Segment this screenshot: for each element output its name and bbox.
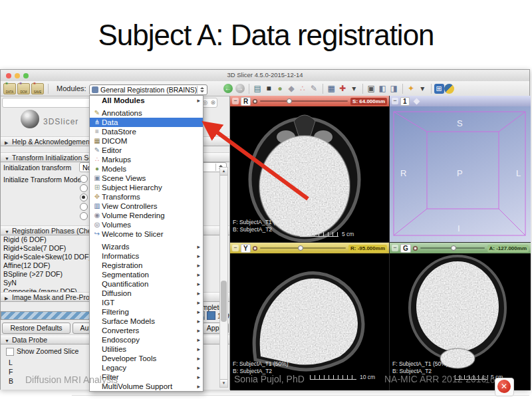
foreground-volume-label: F: SubjectA_T1 (50%)	[233, 219, 289, 226]
menu-item-registration[interactable]: Registration	[90, 261, 203, 270]
footer-course-title: Diffusion MRI Analysis	[25, 374, 118, 385]
collapse-view-icon[interactable]	[232, 98, 239, 104]
extensions-icon[interactable]: ⊞	[434, 84, 444, 94]
menu-item-developer-tools[interactable]: Developer Tools	[90, 354, 203, 363]
menu-item-annotations[interactable]: ✎ Annotations	[90, 108, 203, 118]
menu-item-segmentation[interactable]: Segmentation	[90, 270, 203, 279]
slice-slider[interactable]	[420, 245, 485, 251]
module-icon: ✎	[92, 108, 102, 118]
layout-icon[interactable]: ▦	[326, 83, 337, 94]
close-panel-icon[interactable]: ⊗	[210, 99, 215, 106]
toolbar-icon[interactable]	[402, 84, 403, 94]
menu-item-transforms[interactable]: ✥ Transforms	[90, 192, 203, 201]
menu-item-diffusion[interactable]: Diffusion	[90, 289, 203, 298]
panel-scrollbar[interactable]: ▲ ▼	[219, 167, 228, 388]
collapse-view-icon[interactable]	[232, 245, 239, 251]
menu-item-markups[interactable]: ∴ Markups	[90, 155, 203, 164]
restore-defaults-button[interactable]: Restore Defaults	[2, 323, 70, 334]
visibility-eye-icon[interactable]	[253, 99, 257, 104]
toolbar-icon[interactable]	[431, 84, 432, 94]
slice-offset-value: S: 64.000mm	[350, 98, 387, 105]
scrollbar-thumb[interactable]	[221, 281, 227, 322]
green-slice-view: F: SubjectA_T1 (50%) B: SubjectA_T2 5 cm…	[390, 243, 531, 390]
save-icon[interactable]: ✶ SAVE	[31, 83, 44, 94]
menu-item-scene-views[interactable]: ▣ Scene Views	[90, 174, 203, 183]
close-button[interactable]	[495, 378, 514, 396]
back-icon[interactable]: ←	[223, 84, 233, 93]
menu-item-surface-models[interactable]: Surface Models	[90, 317, 203, 326]
star-icon[interactable]: ✦	[406, 83, 417, 94]
show-zoomed-checkbox[interactable]	[6, 348, 14, 356]
menu-item-utilities[interactable]: Utilities	[90, 344, 203, 354]
menu-item-endoscopy[interactable]: Endoscopy	[90, 335, 203, 344]
menu-item-informatics[interactable]: Informatics	[90, 251, 203, 261]
module-selector-combo[interactable]: General Registration (BRAINS)	[89, 84, 207, 95]
models-module-icon[interactable]: ◆	[286, 83, 297, 94]
init-mode-radio-4[interactable]	[80, 203, 88, 211]
slide: Subject A: Data registration 3D Slicer 4…	[0, 0, 532, 399]
slide-bottom-line	[72, 395, 529, 396]
crosshair-icon[interactable]: ✚	[337, 83, 348, 94]
module-icon: ⊞	[92, 183, 102, 192]
scene-restore-icon[interactable]: ◨	[388, 83, 400, 94]
screenshot-icon[interactable]: ▣	[366, 83, 377, 94]
menu-item-filtering[interactable]: Filtering	[90, 307, 203, 317]
menu-item-dicom[interactable]: ▦ DICOM	[90, 136, 203, 146]
modules-label: Modules:	[57, 84, 86, 92]
slice-slider[interactable]	[260, 245, 346, 251]
module-history-icon[interactable]: ▤	[252, 83, 263, 94]
menu-item-volume-rendering[interactable]: ◉ Volume Rendering	[90, 211, 203, 220]
menu-item-subject-hierarchy[interactable]: ⊞ Subject Hierarchy	[90, 183, 203, 192]
green-slice-image[interactable]: F: SubjectA_T1 (50%) B: SubjectA_T2 5 cm	[390, 253, 531, 390]
menu-item-datastore[interactable]: ≡ DataStore	[90, 127, 203, 136]
editor-module-icon[interactable]: ✎	[309, 83, 320, 94]
menu-item-editor[interactable]: ✎ Editor	[90, 146, 203, 155]
menu-item-wizards[interactable]: Wizards	[90, 242, 203, 251]
forward-icon[interactable]: →	[235, 84, 245, 93]
toolbar-icon[interactable]	[323, 84, 323, 94]
menu-item-welcome[interactable]: ↪ Welcome to Slicer	[90, 229, 203, 239]
python-icon[interactable]	[444, 84, 454, 94]
visibility-eye-icon[interactable]	[413, 246, 418, 251]
module-icon: ◎	[92, 220, 102, 229]
scene-capture-icon[interactable]: ◧	[377, 83, 388, 94]
menu-item-data[interactable]: ⋔ Data	[90, 118, 203, 127]
volumes-module-icon[interactable]: ●	[275, 83, 286, 94]
caret-down-icon[interactable]: ▾	[348, 83, 360, 94]
toolbar-icon[interactable]	[362, 84, 363, 94]
scroll-up-icon[interactable]: ▲	[220, 168, 227, 176]
menu-item-volumes[interactable]: ◎ Volumes	[90, 220, 203, 229]
toolbar-icon[interactable]	[249, 84, 249, 94]
threed-scene[interactable]: S R P L I	[390, 106, 531, 242]
phase-label: Rigid+Scale(7 DOF)	[3, 244, 91, 253]
menu-item-legacy[interactable]: Legacy	[90, 363, 203, 372]
menu-item-igt[interactable]: IGT	[90, 298, 203, 307]
menu-item-converters[interactable]: Converters	[90, 326, 203, 335]
page-number: 16	[485, 374, 495, 385]
collapse-view-icon[interactable]	[392, 98, 398, 104]
window-titlebar[interactable]: 3D Slicer 4.5.0-2015-12-14	[1, 70, 529, 82]
menu-item-view-controllers[interactable]: ▥ View Controllers	[90, 201, 203, 211]
init-mode-radio-1[interactable]	[80, 175, 88, 183]
combo-stepper-icon	[197, 86, 207, 94]
init-mode-label: Initialize Transform Mode	[3, 176, 81, 184]
menu-item-models[interactable]: ● Models	[90, 164, 203, 174]
markups-module-icon[interactable]: ∴	[297, 83, 309, 94]
menu-item-all-modules[interactable]: All Modules	[90, 96, 203, 105]
pin-diamond-icon[interactable]	[413, 98, 420, 104]
init-mode-radio-2[interactable]	[80, 184, 88, 192]
slice-slider[interactable]	[260, 98, 348, 104]
scroll-down-icon[interactable]: ▼	[220, 379, 227, 387]
load-data-icon[interactable]: ✶ DATA	[3, 83, 16, 94]
load-dicom-icon[interactable]: ✶ DCM	[17, 83, 30, 94]
collapse-view-icon[interactable]	[392, 245, 398, 251]
menu-item-quantification[interactable]: Quantification	[90, 279, 203, 289]
yellow-slice-image[interactable]: F: SubjectA_T1 (50%) B: SubjectA_T2 10 c…	[230, 253, 389, 390]
orientation-label-s: S	[457, 118, 463, 128]
init-mode-radio-5[interactable]	[80, 212, 88, 220]
init-mode-radio-3[interactable]	[80, 194, 88, 201]
data-module-icon[interactable]: ■	[263, 83, 275, 94]
visibility-eye-icon[interactable]	[253, 246, 257, 251]
red-slice-image[interactable]: F: SubjectA_T1 (50%) B: SubjectA_T2 5 cm	[230, 106, 389, 242]
caret-down-icon[interactable]: ▾	[417, 83, 428, 94]
